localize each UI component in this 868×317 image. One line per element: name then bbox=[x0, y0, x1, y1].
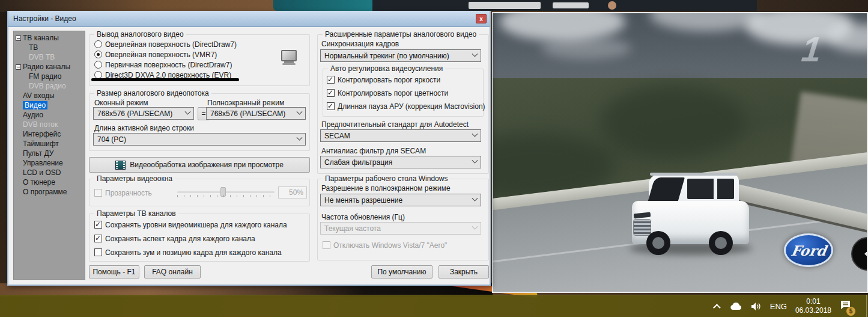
collapse-icon[interactable] bbox=[16, 35, 21, 41]
suv-side-windows bbox=[687, 179, 734, 199]
tree-item-label: О программе bbox=[23, 188, 67, 196]
frame-sync-select[interactable]: Нормальный трекинг (по умолчанию) bbox=[320, 49, 481, 62]
fullscreen-mode-select[interactable]: 768x576 (PAL/SECAM) bbox=[206, 107, 306, 120]
window-mode-select[interactable]: 768x576 (PAL/SECAM) bbox=[93, 107, 194, 120]
tree-item-label: Таймшифт bbox=[23, 140, 59, 148]
stream-size-group: Размер аналогового видеопотока Оконный р… bbox=[89, 93, 310, 151]
close-button[interactable]: x bbox=[476, 14, 487, 23]
radio-primary-directdraw7[interactable]: Первичная поверхность (DirectDraw7) bbox=[94, 60, 232, 69]
checkbox-icon[interactable] bbox=[94, 221, 102, 229]
autodetect-label: Предпочтительный стандарт для Autodetect bbox=[321, 120, 469, 129]
radio-label: Оверлейная поверхность (VMR7) bbox=[105, 51, 217, 59]
system-tray: ENG 0:01 06.03.2018 5 bbox=[715, 297, 868, 315]
sidebar-item-timeshift[interactable]: Таймшифт bbox=[14, 139, 85, 149]
speaker-icon[interactable] bbox=[751, 302, 762, 311]
sidebar-item-dvb-stream: DVB поток bbox=[14, 120, 85, 129]
tree-item-label: Интерфейс bbox=[23, 130, 61, 138]
dialog-titlebar[interactable]: Настройки - Видео x bbox=[8, 11, 490, 27]
desktop-params-group: Параметры рабочего стола Windows Разреше… bbox=[317, 179, 489, 260]
sidebar-item-about-program[interactable]: О программе bbox=[14, 187, 85, 197]
close-dialog-button[interactable]: Закрыть bbox=[439, 265, 489, 279]
video-preview-window[interactable]: Ford 1 bbox=[492, 12, 868, 293]
wallpaper-chat-card bbox=[469, 2, 541, 9]
checkbox-label: Контролировать порог яркости bbox=[338, 76, 440, 84]
checkbox-icon[interactable] bbox=[94, 235, 102, 242]
action-center-button[interactable]: 5 bbox=[840, 300, 851, 313]
transparency-slider bbox=[177, 191, 275, 193]
save-mixer-levels-checkbox[interactable]: Сохранять уровни видеомикшера для каждог… bbox=[94, 220, 287, 229]
monitor-screen bbox=[281, 50, 297, 61]
checkbox-icon bbox=[94, 189, 102, 197]
sidebar-item-radio-channels[interactable]: Радио каналы bbox=[14, 62, 85, 72]
checkbox-icon[interactable] bbox=[327, 89, 335, 97]
select-value: Слабая фильтрация bbox=[324, 158, 392, 167]
sidebar-item-av-inputs[interactable]: AV входы bbox=[14, 91, 85, 100]
show-desktop-strip[interactable] bbox=[866, 295, 867, 317]
save-zoom-checkbox[interactable]: Сохранять зум и позицию кадра для каждог… bbox=[94, 248, 282, 257]
clock-time: 0:01 bbox=[795, 297, 831, 306]
chroma-threshold-checkbox[interactable]: Контролировать порог цветности bbox=[327, 88, 448, 97]
sidebar-item-tv-channels[interactable]: ТВ каналы bbox=[14, 33, 85, 43]
line-length-label: Длина активной видео строки bbox=[94, 124, 194, 132]
sidebar-item-fm-radio[interactable]: FM радио bbox=[14, 72, 85, 81]
antialias-filter-select[interactable]: Слабая фильтрация bbox=[320, 156, 481, 168]
fullscreen-resolution-select[interactable]: Не менять разрешение bbox=[320, 194, 481, 206]
select-value: Не менять разрешение bbox=[324, 196, 402, 205]
clock[interactable]: 0:01 06.03.2018 bbox=[795, 297, 831, 315]
agc-pause-checkbox[interactable]: Длинная пауза АРУ (коррекция Macrovision… bbox=[327, 102, 485, 111]
checkbox-label: Сохранять аспект кадра для каждого канал… bbox=[105, 235, 255, 243]
sidebar-item-lcd-osd[interactable]: LCD и OSD bbox=[14, 168, 85, 177]
tree-item-label: ТВ bbox=[29, 43, 38, 52]
ford-logo-text: Ford bbox=[789, 242, 827, 259]
wallpaper-teal-detail bbox=[273, 0, 375, 11]
brightness-threshold-checkbox[interactable]: Контролировать порог яркости bbox=[327, 75, 440, 84]
radio-overlay-vmr7[interactable]: Оверлейная поверхность (VMR7) bbox=[94, 50, 217, 59]
sidebar-item-tv[interactable]: ТВ bbox=[14, 43, 85, 52]
save-aspect-checkbox[interactable]: Сохранять аспект кадра для каждого канал… bbox=[94, 234, 255, 243]
radio-icon[interactable] bbox=[94, 40, 102, 48]
clock-date: 06.03.2018 bbox=[795, 306, 831, 315]
help-button[interactable]: Помощь - F1 bbox=[89, 265, 139, 279]
ford-logo: Ford bbox=[784, 233, 833, 267]
sidebar-item-control[interactable]: Управление bbox=[14, 158, 85, 168]
language-indicator[interactable]: ENG bbox=[770, 302, 787, 311]
autodetect-standard-select[interactable]: SECAM bbox=[320, 129, 481, 142]
suv-roof-rail bbox=[650, 173, 738, 176]
radio-icon[interactable] bbox=[94, 51, 102, 58]
monitor-icon bbox=[280, 50, 298, 66]
select-value: SECAM bbox=[324, 132, 350, 140]
video-window-group: Параметры видеоокна Прозрачность 50% bbox=[89, 179, 310, 206]
checkbox-label: Длинная пауза АРУ (коррекция Macrovision… bbox=[338, 102, 485, 111]
radio-icon[interactable] bbox=[94, 61, 102, 69]
transparency-checkbox-row: Прозрачность bbox=[94, 188, 152, 197]
checkbox-label: Отключать Windows Vista/7 "Aero" bbox=[333, 241, 447, 250]
tree-item-label: DVB радио bbox=[29, 82, 66, 90]
slider-ticks bbox=[177, 195, 275, 197]
chevron-down-icon bbox=[297, 135, 303, 141]
tv-params-group: Параметры ТВ каналов Сохранять уровни ви… bbox=[89, 214, 310, 262]
checkbox-icon[interactable] bbox=[327, 102, 335, 110]
checkbox-icon[interactable] bbox=[94, 248, 102, 256]
desktop-wallpaper-top bbox=[0, 0, 868, 12]
disable-aero-checkbox-row: Отключать Windows Vista/7 "Aero" bbox=[323, 241, 447, 250]
faq-button[interactable]: FAQ онлайн bbox=[144, 265, 201, 279]
chevron-down-icon bbox=[472, 51, 478, 57]
defaults-button[interactable]: По умолчанию bbox=[371, 265, 432, 279]
sidebar-item-interface[interactable]: Интерфейс bbox=[14, 129, 85, 139]
sidebar-item-audio[interactable]: Аудио bbox=[14, 110, 85, 120]
white-suv bbox=[632, 158, 749, 254]
collapse-icon[interactable] bbox=[16, 64, 21, 70]
sidebar-item-about-tuner[interactable]: О тюнере bbox=[14, 177, 85, 187]
sidebar-item-remote[interactable]: Пульт ДУ bbox=[14, 149, 85, 158]
cloud-icon[interactable] bbox=[729, 301, 742, 311]
checkbox-icon[interactable] bbox=[327, 76, 335, 84]
video-processing-button[interactable]: Видеообработка изображения при просмотре bbox=[89, 157, 310, 173]
notification-badge: 5 bbox=[846, 307, 855, 316]
sidebar-item-video[interactable]: Видео bbox=[14, 100, 85, 110]
tree-item-label: AV входы bbox=[23, 91, 55, 100]
dialog-body: ТВ каналы ТВ DVB ТВ Радио каналы FM ради… bbox=[8, 27, 490, 285]
radio-overlay-directdraw7[interactable]: Оверлейная поверхность (DirectDraw7) bbox=[94, 40, 237, 49]
line-length-select[interactable]: 704 (PC) bbox=[93, 133, 306, 146]
tree-item-label: DVB ТВ bbox=[29, 53, 55, 61]
chevron-up-icon[interactable] bbox=[713, 304, 721, 312]
